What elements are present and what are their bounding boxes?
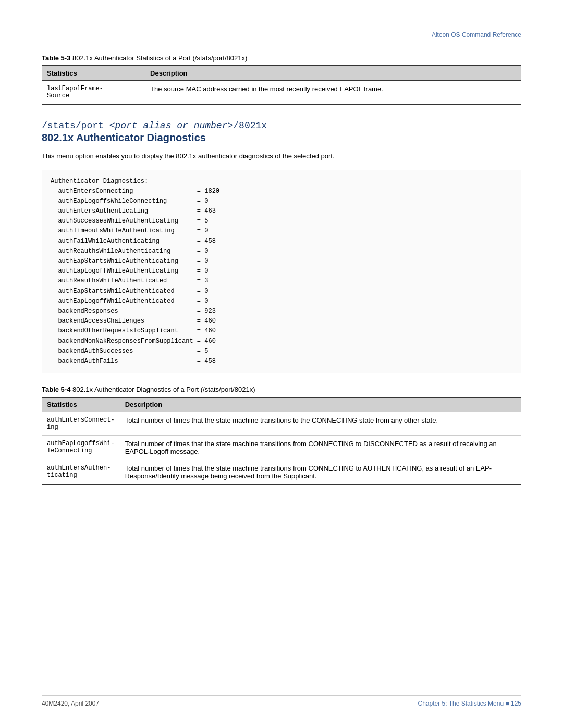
table4-stat-cell: authEntersConnect- ing: [42, 412, 120, 436]
table4: Statistics Description authEntersConnect…: [42, 397, 521, 485]
page-footer: 40M2420, April 2007 Chapter 5: The Stati…: [42, 695, 521, 707]
table-row: authEapLogoffsWhi- leConnectingTotal num…: [42, 436, 521, 460]
table3-caption-text: 802.1x Authenticator Statistics of a Por…: [70, 54, 247, 62]
monospace-part: /stats/port: [42, 120, 104, 131]
table4-caption: Table 5-4 802.1x Authenticator Diagnosti…: [42, 386, 521, 393]
table3-caption: Table 5-3 802.1x Authenticator Statistic…: [42, 54, 521, 62]
table4-col2-header: Description: [120, 397, 521, 412]
table3-caption-bold: Table 5-3: [42, 54, 70, 62]
table-row: authEntersAuthen- ticatingTotal number o…: [42, 460, 521, 485]
table-row: authEntersConnect- ingTotal number of ti…: [42, 412, 521, 436]
page-header: Alteon OS Command Reference: [42, 31, 521, 39]
table3-col2-header: Description: [145, 66, 521, 81]
footer-left: 40M2420, April 2007: [42, 700, 99, 707]
table4-stat-cell: authEapLogoffsWhi- leConnecting: [42, 436, 120, 460]
section-monospace-title: /stats/port <port alias or number>/8021x: [42, 120, 521, 131]
monospace-end: /8021x: [233, 120, 267, 131]
table3-desc-cell: The source MAC address carried in the mo…: [145, 81, 521, 105]
section-bold-title: 802.1x Authenticator Diagnostics: [42, 132, 521, 144]
table4-desc-cell: Total number of times that the state mac…: [120, 412, 521, 436]
italic-part: <port alias or number>: [104, 120, 233, 131]
section-heading: /stats/port <port alias or number>/8021x…: [42, 120, 521, 144]
code-block: Authenticator Diagnostics: authEntersCon…: [42, 170, 521, 374]
table4-col1-header: Statistics: [42, 397, 120, 412]
table4-caption-text: 802.1x Authenticator Diagnostics of a Po…: [70, 386, 255, 393]
table4-desc-cell: Total number of times that the state mac…: [120, 436, 521, 460]
table4-stat-cell: authEntersAuthen- ticating: [42, 460, 120, 485]
table3-stat-cell: lastEapolFrame- Source: [42, 81, 145, 105]
table4-desc-cell: Total number of times that the state mac…: [120, 460, 521, 485]
table-row: lastEapolFrame- SourceThe source MAC add…: [42, 81, 521, 105]
table4-caption-bold: Table 5-4: [42, 386, 70, 393]
section-description: This menu option enables you to display …: [42, 151, 521, 162]
page-container: Alteon OS Command Reference Table 5-3 80…: [0, 0, 563, 728]
table3: Statistics Description lastEapolFrame- S…: [42, 65, 521, 105]
table3-col1-header: Statistics: [42, 66, 145, 81]
footer-right: Chapter 5: The Statistics Menu ■ 125: [418, 700, 521, 707]
header-title: Alteon OS Command Reference: [432, 31, 521, 39]
